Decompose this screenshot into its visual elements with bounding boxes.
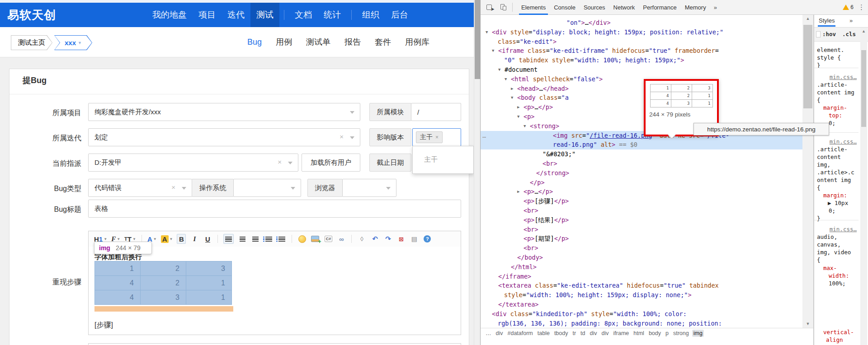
stylesheet-link[interactable]: min.css… xyxy=(830,74,857,81)
expand-arrow-open-icon[interactable]: ▼ xyxy=(498,65,500,75)
dom-line[interactable]: </iframe> xyxy=(481,272,802,281)
align-left-icon[interactable] xyxy=(223,234,234,244)
paste-icon[interactable]: ▤ xyxy=(410,234,419,244)
italic-icon[interactable]: I xyxy=(190,234,199,244)
dom-line[interactable]: ▼<div style="display: block; height: 159… xyxy=(481,28,802,37)
dom-line[interactable]: ▶<p>…</p> xyxy=(481,103,802,112)
dom-crumb-div[interactable]: div xyxy=(600,330,610,337)
link-icon[interactable]: ∞ xyxy=(337,234,346,244)
nav-item-测试[interactable]: 测试 xyxy=(250,3,279,27)
bold-icon[interactable]: B xyxy=(177,234,186,244)
dom-crumb-html[interactable]: html xyxy=(632,330,646,337)
inspect-icon[interactable]: ➤ xyxy=(486,3,494,11)
align-right-icon[interactable] xyxy=(251,234,260,244)
help-icon[interactable]: ? xyxy=(423,234,432,244)
filter-input[interactable] xyxy=(816,31,821,37)
editor-selected-table[interactable]: 123421431 xyxy=(94,261,232,305)
devtools-tab-performance[interactable]: Performance xyxy=(639,0,680,15)
scrollbar-thumb[interactable] xyxy=(803,25,812,108)
nav-item-文档[interactable]: 文档 xyxy=(289,3,318,27)
version-multiselect[interactable]: 主干 × xyxy=(412,128,461,146)
dom-line[interactable]: ▼<iframe class="ke-edit-iframe" hidefocu… xyxy=(481,46,802,56)
dom-line[interactable]: <p>[结果]</p> xyxy=(481,215,802,225)
redo-icon[interactable]: ↷ xyxy=(383,234,392,244)
project-select[interactable]: 绚彩魔盒硬件开发/xxx xyxy=(88,103,360,121)
devtools-tab-memory[interactable]: Memory xyxy=(681,0,710,15)
dom-line[interactable]: "on">…</div> xyxy=(481,18,802,28)
expand-arrow-open-icon[interactable]: ▼ xyxy=(511,93,513,103)
dom-line[interactable]: ▶<head>…</head> xyxy=(481,84,802,93)
dom-line[interactable]: ▼<html spellcheck="false"> xyxy=(481,75,802,84)
app-logo[interactable]: 易软天创 xyxy=(7,7,56,23)
scroll-up-icon[interactable]: ▲ xyxy=(802,15,813,23)
tab-报告[interactable]: 报告 xyxy=(344,37,361,47)
nav-item-组织[interactable]: 组织 xyxy=(356,3,385,27)
page-scrollbar[interactable] xyxy=(474,0,480,345)
bug-title-input[interactable]: 表格 xyxy=(88,200,461,218)
warning-badge[interactable]: 6 xyxy=(843,4,854,10)
devtools-tab-elements[interactable]: Elements xyxy=(517,0,550,15)
tab-测试单[interactable]: 测试单 xyxy=(306,37,330,47)
module-select[interactable]: / xyxy=(411,103,461,121)
underline-icon[interactable]: U xyxy=(203,234,212,244)
dom-crumb-p[interactable]: p xyxy=(664,330,670,337)
tab-套件[interactable]: 套件 xyxy=(375,37,391,47)
more-icon[interactable]: » xyxy=(849,17,853,24)
dom-line[interactable]: </html> xyxy=(481,262,802,272)
toggle-hov-button[interactable]: :hov xyxy=(822,31,836,37)
align-center-icon[interactable] xyxy=(238,234,247,244)
nav-item-统计[interactable]: 统计 xyxy=(318,3,347,27)
more-options-icon[interactable]: … xyxy=(482,131,486,140)
nav-item-后台[interactable]: 后台 xyxy=(385,3,414,27)
scrollbar-thumb[interactable] xyxy=(475,0,480,79)
dom-crumb-dataform[interactable]: #dataform xyxy=(506,330,534,337)
devtools-tab-sources[interactable]: Sources xyxy=(580,0,609,15)
type-select[interactable]: 代码错误 × xyxy=(88,179,192,197)
dom-line[interactable]: <br> xyxy=(481,159,802,168)
highlight-color-icon[interactable]: A▼ xyxy=(161,234,173,244)
dom-line[interactable]: <br> xyxy=(481,206,802,215)
version-dropdown-option[interactable]: 主干 xyxy=(424,155,438,164)
expand-arrow-open-icon[interactable]: ▼ xyxy=(505,75,507,84)
eraser-icon[interactable]: ◊ xyxy=(357,234,366,244)
dom-line[interactable]: ▼#document xyxy=(481,65,802,75)
clear-icon[interactable]: × xyxy=(171,183,175,191)
breadcrumb-home[interactable]: 测试主页 xyxy=(11,35,52,50)
dom-crumb-div[interactable]: div xyxy=(495,330,505,337)
insert-code-icon[interactable]: C# xyxy=(324,234,333,244)
dom-line[interactable]: ▼<body class="a xyxy=(481,93,802,103)
dom-crumb-tbody[interactable]: tbody xyxy=(553,330,570,337)
devtools-tab-console[interactable]: Console xyxy=(550,0,580,15)
version-tag[interactable]: 主干 × xyxy=(416,131,443,143)
scroll-up-icon[interactable]: ▲ xyxy=(860,28,867,35)
dom-line[interactable]: ▼<p> xyxy=(481,112,802,121)
more-tabs-icon[interactable]: » xyxy=(710,4,721,11)
dom-line[interactable]: <br> xyxy=(481,225,802,234)
expand-arrow-open-icon[interactable]: ▼ xyxy=(524,121,526,131)
load-all-users-button[interactable]: 加载所有用户 xyxy=(302,154,360,172)
dom-line[interactable]: rgb(136, 136, 136); padding: 8px; backgr… xyxy=(481,319,802,328)
dom-crumb-table[interactable]: table xyxy=(536,330,551,337)
dom-crumb-div[interactable]: div xyxy=(589,330,599,337)
expand-arrow-open-icon[interactable]: ▼ xyxy=(517,112,519,121)
dom-line[interactable]: <textarea class="ke-edit-textarea" hidef… xyxy=(481,281,802,290)
dom-line[interactable]: <div class="kindeditor-ph" style="width:… xyxy=(481,309,802,319)
os-select[interactable] xyxy=(233,179,301,197)
dom-crumb-td[interactable]: td xyxy=(579,330,586,337)
breadcrumb-current[interactable]: xxx▼ xyxy=(54,35,92,50)
expand-arrow-closed-icon[interactable]: ▶ xyxy=(517,187,519,196)
insert-image-icon[interactable] xyxy=(311,234,320,244)
dom-line[interactable]: <br> xyxy=(481,243,802,253)
browser-select[interactable] xyxy=(342,179,396,197)
execution-select[interactable]: 划定 × xyxy=(88,128,360,146)
dom-line[interactable]: </body> xyxy=(481,253,802,262)
dom-crumb-tr[interactable]: tr xyxy=(571,330,577,337)
nav-item-我的地盘[interactable]: 我的地盘 xyxy=(146,3,193,27)
expand-arrow-closed-icon[interactable]: ▶ xyxy=(511,84,513,93)
emoticon-icon[interactable] xyxy=(297,234,307,244)
tab-styles[interactable]: Styles xyxy=(819,17,835,24)
dom-line[interactable]: </textarea> xyxy=(481,300,802,309)
tab-用例[interactable]: 用例 xyxy=(276,37,292,47)
scrollbar-thumb[interactable] xyxy=(861,50,866,127)
expand-arrow-open-icon[interactable]: ▼ xyxy=(492,46,494,56)
